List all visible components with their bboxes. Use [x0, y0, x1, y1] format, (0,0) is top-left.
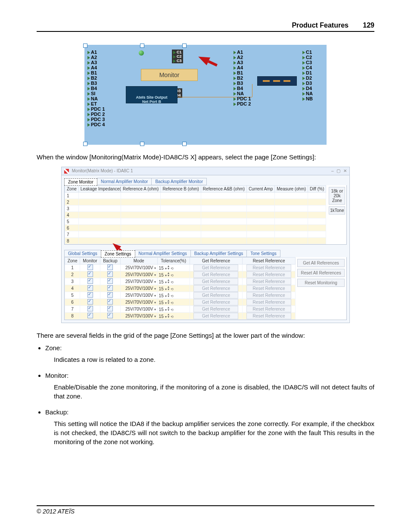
button-get-all-references[interactable]: Get All References [297, 259, 345, 267]
mode-dropdown[interactable]: 25V/70V/100V [125, 307, 156, 311]
reset-reference-button[interactable]: Reset Reference [246, 292, 291, 299]
mode-dropdown[interactable]: 25V/70V/100V [125, 300, 156, 305]
header-section-title: Product Features [292, 22, 349, 29]
button-18k-20k-zone[interactable]: 18k or 20k Zone [329, 187, 345, 205]
header-page-number: 129 [357, 22, 374, 29]
monitor-checkbox[interactable] [87, 306, 93, 311]
mode-dropdown[interactable]: 25V/70V/100V [125, 314, 156, 318]
diagram-monitor-context: A1A2A3A4B1B2B3B4SINAETPDC 1PDC 2PDC 3PDC… [84, 45, 327, 145]
bullet-zone-label: Zone: [45, 344, 62, 352]
tab-zone-monitor[interactable]: Zone Monitor [64, 178, 97, 186]
tolerance-undo-icon[interactable]: ⟲ [171, 280, 174, 284]
mode-dropdown[interactable]: 25V/70V/100V [125, 286, 156, 291]
monitor-checkbox[interactable] [87, 299, 93, 305]
col-diff-: Diff (%) [308, 186, 326, 193]
get-reference-button[interactable]: Get Reference [193, 306, 238, 312]
reset-reference-button[interactable]: Reset Reference [246, 278, 291, 285]
tolerance-value[interactable]: 15 [159, 273, 164, 277]
get-reference-button[interactable]: Get Reference [193, 292, 238, 299]
close-button[interactable]: ✕ [343, 168, 347, 173]
monitor-checkbox[interactable] [87, 264, 93, 270]
get-reference-button[interactable]: Get Reference [193, 271, 238, 278]
backup-checkbox[interactable] [107, 264, 113, 270]
col-zone: Zone [65, 258, 80, 264]
bullet-backup-desc: This setting will notice the IDA8 if the… [54, 419, 374, 446]
tab-normal-amplifier-monitor[interactable]: Normal Amplifier Monitor [97, 178, 152, 185]
monitor-checkbox[interactable] [87, 271, 93, 277]
zone-settings-row: 7 25V/70V/100V 15 ▾ ▴▾ ⟲ Get Reference R… [65, 306, 296, 313]
col-reset-reference: Reset Reference [243, 258, 296, 264]
get-reference-button[interactable]: Get Reference [193, 299, 238, 305]
reset-reference-button[interactable]: Reset Reference [246, 271, 291, 278]
red-arrow-icon [196, 53, 210, 65]
tab-global-settings[interactable]: Global Settings [64, 250, 101, 257]
mode-dropdown[interactable]: 25V/70V/100V [125, 272, 156, 277]
reset-reference-button[interactable]: Reset Reference [246, 313, 291, 319]
button-reset-monitoring[interactable]: Reset Monitoring [297, 279, 345, 287]
tolerance-undo-icon[interactable]: ⟲ [171, 315, 174, 319]
tolerance-value[interactable]: 15 [159, 280, 164, 284]
tolerance-undo-icon[interactable]: ⟲ [171, 301, 174, 305]
tolerance-value[interactable]: 15 [159, 307, 164, 312]
mode-dropdown[interactable]: 25V/70V/100V [125, 293, 156, 298]
tab-tone-settings[interactable]: Tone Settings [246, 250, 280, 257]
col-current-amp: Current Amp [247, 186, 275, 193]
backup-checkbox[interactable] [107, 292, 113, 298]
button-reset-all-references[interactable]: Reset All References [297, 269, 345, 277]
backup-checkbox[interactable] [107, 313, 113, 318]
tolerance-value[interactable]: 15 [159, 300, 164, 305]
tolerance-spinner[interactable]: ▴▾ [168, 279, 169, 284]
tolerance-value[interactable]: 15 [159, 266, 164, 271]
tolerance-value[interactable]: 15 [159, 286, 164, 291]
paragraph-zone-settings-intro: When the window [Monitoring(Matrix Mode)… [37, 152, 374, 162]
get-reference-button[interactable]: Get Reference [193, 285, 238, 292]
tolerance-spinner[interactable]: ▴▾ [168, 306, 169, 311]
maximize-button[interactable]: ▢ [336, 168, 340, 173]
tolerance-spinner[interactable]: ▴▾ [168, 272, 169, 277]
tolerance-spinner[interactable]: ▴▾ [168, 292, 169, 298]
bullet-monitor-label: Monitor: [45, 372, 68, 379]
tolerance-value[interactable]: 15 [159, 293, 164, 298]
backup-checkbox[interactable] [107, 306, 113, 311]
tolerance-spinner[interactable]: ▴▾ [168, 299, 169, 305]
zone-cell: 8 [65, 238, 79, 244]
reset-reference-button[interactable]: Reset Reference [246, 306, 291, 312]
tab-backup-amplifier-settings[interactable]: Backup Amplifier Settings [190, 250, 247, 257]
backup-checkbox[interactable] [107, 299, 113, 305]
backup-checkbox[interactable] [107, 285, 113, 291]
mode-dropdown[interactable]: 25V/70V/100V [125, 279, 156, 284]
tolerance-value[interactable]: 15 [159, 314, 164, 319]
tab-backup-amplifier-monitor[interactable]: Backup Amplifier Monitor [151, 178, 207, 185]
tolerance-undo-icon[interactable]: ⟲ [171, 274, 174, 277]
tolerance-undo-icon[interactable]: ⟲ [171, 294, 174, 298]
col-mode: Mode [120, 258, 157, 264]
monitor-checkbox[interactable] [87, 292, 93, 298]
tolerance-undo-icon[interactable]: ⟲ [171, 287, 174, 291]
tolerance-undo-icon[interactable]: ⟲ [171, 308, 174, 312]
col-zone: Zone [65, 186, 79, 193]
reset-reference-button[interactable]: Reset Reference [246, 264, 291, 271]
tolerance-undo-icon[interactable]: ⟲ [171, 267, 174, 271]
mode-dropdown[interactable]: 25V/70V/100V [125, 265, 156, 270]
get-reference-button[interactable]: Get Reference [193, 313, 238, 319]
backup-checkbox[interactable] [107, 278, 113, 284]
get-reference-button[interactable]: Get Reference [193, 264, 238, 271]
diagram-monitor-block[interactable]: Monitor [141, 69, 198, 81]
button-1ktone[interactable]: 1kTone [329, 206, 345, 215]
tolerance-spinner[interactable]: ▴▾ [168, 286, 169, 291]
monitor-checkbox[interactable] [87, 285, 93, 291]
minimize-button[interactable]: – [331, 168, 334, 173]
tab-normal-amplifier-settings[interactable]: Normal Amplifier Settings [135, 250, 191, 257]
reset-reference-button[interactable]: Reset Reference [246, 299, 291, 305]
get-reference-button[interactable]: Get Reference [193, 278, 238, 285]
monitor-checkbox[interactable] [87, 278, 93, 284]
tab-zone-settings[interactable]: Zone Settings [101, 250, 135, 258]
tolerance-spinner[interactable]: ▴▾ [168, 265, 169, 270]
tolerance-spinner[interactable]: ▴▾ [168, 313, 169, 318]
reset-reference-button[interactable]: Reset Reference [246, 285, 291, 292]
window-titlebar: Monitor(Matrix Mode) - IDA8C 1 – ▢ ✕ [61, 167, 350, 175]
zone-cell: 2 [65, 199, 79, 205]
cell-zone: 3 [65, 278, 80, 285]
backup-checkbox[interactable] [107, 271, 113, 277]
monitor-checkbox[interactable] [87, 313, 93, 318]
